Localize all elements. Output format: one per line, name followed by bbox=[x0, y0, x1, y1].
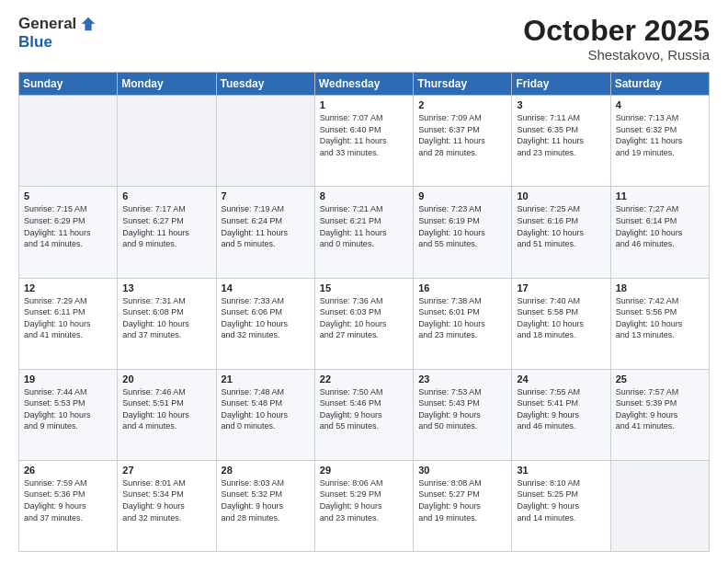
table-row: 20Sunrise: 7:46 AM Sunset: 5:51 PM Dayli… bbox=[118, 369, 216, 460]
week-row-3: 12Sunrise: 7:29 AM Sunset: 6:11 PM Dayli… bbox=[19, 278, 710, 369]
table-row: 21Sunrise: 7:48 AM Sunset: 5:48 PM Dayli… bbox=[216, 369, 314, 460]
table-row: 12Sunrise: 7:29 AM Sunset: 6:11 PM Dayli… bbox=[19, 278, 118, 369]
day-info: Sunrise: 7:36 AM Sunset: 6:03 PM Dayligh… bbox=[320, 295, 408, 341]
table-row bbox=[216, 96, 314, 187]
week-row-5: 26Sunrise: 7:59 AM Sunset: 5:36 PM Dayli… bbox=[19, 460, 710, 551]
header-tuesday: Tuesday bbox=[216, 73, 314, 96]
day-number: 24 bbox=[517, 373, 605, 385]
day-info: Sunrise: 7:38 AM Sunset: 6:01 PM Dayligh… bbox=[418, 295, 506, 341]
day-info: Sunrise: 7:23 AM Sunset: 6:19 PM Dayligh… bbox=[418, 203, 506, 249]
day-info: Sunrise: 7:11 AM Sunset: 6:35 PM Dayligh… bbox=[517, 112, 605, 158]
day-number: 5 bbox=[24, 190, 112, 201]
week-row-2: 5Sunrise: 7:15 AM Sunset: 6:29 PM Daylig… bbox=[19, 187, 710, 278]
table-row: 24Sunrise: 7:55 AM Sunset: 5:41 PM Dayli… bbox=[512, 369, 610, 460]
table-row: 19Sunrise: 7:44 AM Sunset: 5:53 PM Dayli… bbox=[19, 369, 118, 460]
day-number: 2 bbox=[418, 99, 506, 110]
table-row: 25Sunrise: 7:57 AM Sunset: 5:39 PM Dayli… bbox=[610, 369, 709, 460]
calendar-table: Sunday Monday Tuesday Wednesday Thursday… bbox=[18, 72, 710, 552]
logo-icon bbox=[80, 16, 97, 32]
day-info: Sunrise: 7:57 AM Sunset: 5:39 PM Dayligh… bbox=[616, 386, 704, 432]
table-row: 30Sunrise: 8:08 AM Sunset: 5:27 PM Dayli… bbox=[414, 460, 512, 551]
day-info: Sunrise: 8:10 AM Sunset: 5:25 PM Dayligh… bbox=[517, 477, 605, 523]
header-wednesday: Wednesday bbox=[314, 73, 413, 96]
table-row: 4Sunrise: 7:13 AM Sunset: 6:32 PM Daylig… bbox=[610, 96, 709, 187]
table-row: 16Sunrise: 7:38 AM Sunset: 6:01 PM Dayli… bbox=[414, 278, 512, 369]
day-info: Sunrise: 8:03 AM Sunset: 5:32 PM Dayligh… bbox=[222, 477, 310, 523]
logo: General Blue bbox=[18, 15, 97, 52]
table-row: 17Sunrise: 7:40 AM Sunset: 5:58 PM Dayli… bbox=[512, 278, 610, 369]
calendar-header-row: Sunday Monday Tuesday Wednesday Thursday… bbox=[19, 73, 710, 96]
day-number: 14 bbox=[222, 282, 310, 293]
day-number: 26 bbox=[24, 465, 112, 476]
day-info: Sunrise: 7:17 AM Sunset: 6:27 PM Dayligh… bbox=[122, 203, 210, 249]
day-number: 21 bbox=[222, 373, 310, 385]
table-row: 2Sunrise: 7:09 AM Sunset: 6:37 PM Daylig… bbox=[414, 96, 512, 187]
day-info: Sunrise: 7:33 AM Sunset: 6:06 PM Dayligh… bbox=[222, 295, 310, 341]
table-row: 18Sunrise: 7:42 AM Sunset: 5:56 PM Dayli… bbox=[610, 278, 709, 369]
title-block: October 2025 Shestakovo, Russia bbox=[523, 15, 710, 63]
day-number: 13 bbox=[122, 282, 210, 293]
day-number: 3 bbox=[517, 99, 605, 110]
table-row: 13Sunrise: 7:31 AM Sunset: 6:08 PM Dayli… bbox=[118, 278, 216, 369]
day-number: 10 bbox=[517, 190, 605, 201]
day-number: 23 bbox=[418, 373, 506, 385]
svg-marker-0 bbox=[82, 17, 95, 30]
day-number: 15 bbox=[320, 282, 408, 293]
header-monday: Monday bbox=[118, 73, 216, 96]
table-row: 14Sunrise: 7:33 AM Sunset: 6:06 PM Dayli… bbox=[216, 278, 314, 369]
day-number: 28 bbox=[222, 465, 310, 476]
day-info: Sunrise: 7:46 AM Sunset: 5:51 PM Dayligh… bbox=[122, 386, 210, 432]
logo-general: General bbox=[18, 15, 76, 33]
day-number: 9 bbox=[418, 190, 506, 201]
day-number: 30 bbox=[418, 465, 506, 476]
table-row: 23Sunrise: 7:53 AM Sunset: 5:43 PM Dayli… bbox=[414, 369, 512, 460]
day-number: 18 bbox=[616, 282, 704, 293]
day-number: 11 bbox=[616, 190, 704, 201]
day-number: 19 bbox=[24, 373, 112, 385]
day-number: 31 bbox=[517, 465, 605, 476]
day-info: Sunrise: 8:06 AM Sunset: 5:29 PM Dayligh… bbox=[320, 477, 408, 523]
day-info: Sunrise: 7:27 AM Sunset: 6:14 PM Dayligh… bbox=[616, 203, 704, 249]
day-info: Sunrise: 7:19 AM Sunset: 6:24 PM Dayligh… bbox=[222, 203, 310, 249]
table-row bbox=[118, 96, 216, 187]
day-info: Sunrise: 7:44 AM Sunset: 5:53 PM Dayligh… bbox=[24, 386, 112, 432]
day-number: 7 bbox=[222, 190, 310, 201]
day-number: 27 bbox=[122, 465, 210, 476]
day-number: 22 bbox=[320, 373, 408, 385]
day-info: Sunrise: 7:29 AM Sunset: 6:11 PM Dayligh… bbox=[24, 295, 112, 341]
header: General Blue October 2025 Shestakovo, Ru… bbox=[18, 15, 710, 63]
table-row: 1Sunrise: 7:07 AM Sunset: 6:40 PM Daylig… bbox=[314, 96, 413, 187]
header-thursday: Thursday bbox=[414, 73, 512, 96]
day-number: 12 bbox=[24, 282, 112, 293]
day-number: 6 bbox=[122, 190, 210, 201]
table-row: 9Sunrise: 7:23 AM Sunset: 6:19 PM Daylig… bbox=[414, 187, 512, 278]
day-info: Sunrise: 7:07 AM Sunset: 6:40 PM Dayligh… bbox=[320, 112, 408, 158]
day-number: 4 bbox=[616, 99, 704, 110]
day-number: 25 bbox=[616, 373, 704, 385]
table-row: 5Sunrise: 7:15 AM Sunset: 6:29 PM Daylig… bbox=[19, 187, 118, 278]
day-info: Sunrise: 7:48 AM Sunset: 5:48 PM Dayligh… bbox=[222, 386, 310, 432]
logo-blue: Blue bbox=[18, 33, 52, 52]
day-info: Sunrise: 7:21 AM Sunset: 6:21 PM Dayligh… bbox=[320, 203, 408, 249]
day-info: Sunrise: 7:31 AM Sunset: 6:08 PM Dayligh… bbox=[122, 295, 210, 341]
week-row-1: 1Sunrise: 7:07 AM Sunset: 6:40 PM Daylig… bbox=[19, 96, 710, 187]
table-row: 27Sunrise: 8:01 AM Sunset: 5:34 PM Dayli… bbox=[118, 460, 216, 551]
page: General Blue October 2025 Shestakovo, Ru… bbox=[0, 0, 728, 563]
table-row: 28Sunrise: 8:03 AM Sunset: 5:32 PM Dayli… bbox=[216, 460, 314, 551]
day-info: Sunrise: 7:15 AM Sunset: 6:29 PM Dayligh… bbox=[24, 203, 112, 249]
day-number: 20 bbox=[122, 373, 210, 385]
day-info: Sunrise: 7:40 AM Sunset: 5:58 PM Dayligh… bbox=[517, 295, 605, 341]
day-info: Sunrise: 8:08 AM Sunset: 5:27 PM Dayligh… bbox=[418, 477, 506, 523]
day-info: Sunrise: 7:42 AM Sunset: 5:56 PM Dayligh… bbox=[616, 295, 704, 341]
header-friday: Friday bbox=[512, 73, 610, 96]
day-info: Sunrise: 7:55 AM Sunset: 5:41 PM Dayligh… bbox=[517, 386, 605, 432]
day-number: 1 bbox=[320, 99, 408, 110]
day-info: Sunrise: 7:59 AM Sunset: 5:36 PM Dayligh… bbox=[24, 477, 112, 523]
day-number: 8 bbox=[320, 190, 408, 201]
day-info: Sunrise: 7:50 AM Sunset: 5:46 PM Dayligh… bbox=[320, 386, 408, 432]
table-row bbox=[610, 460, 709, 551]
table-row: 11Sunrise: 7:27 AM Sunset: 6:14 PM Dayli… bbox=[610, 187, 709, 278]
table-row: 7Sunrise: 7:19 AM Sunset: 6:24 PM Daylig… bbox=[216, 187, 314, 278]
table-row: 6Sunrise: 7:17 AM Sunset: 6:27 PM Daylig… bbox=[118, 187, 216, 278]
title-location: Shestakovo, Russia bbox=[523, 47, 710, 63]
